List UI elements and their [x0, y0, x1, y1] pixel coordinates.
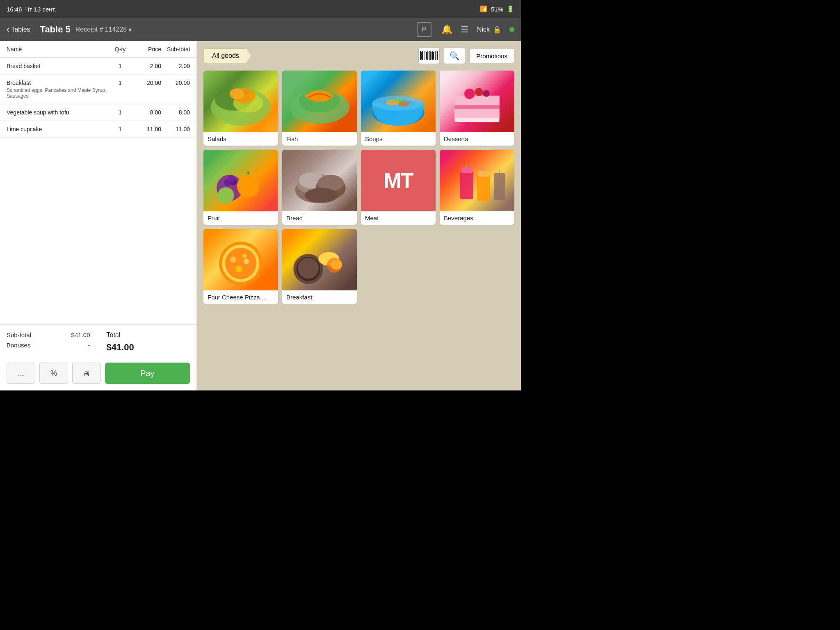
category-desserts[interactable]: Desserts	[440, 71, 514, 146]
lock-icon[interactable]: 🔓	[493, 26, 501, 34]
table-row[interactable]: Bread basket 1 2.00 2.00	[0, 58, 196, 75]
svg-point-44	[235, 266, 242, 272]
barcode-icon	[420, 51, 438, 60]
search-button[interactable]: 🔍	[444, 48, 465, 64]
svg-point-45	[242, 253, 247, 258]
row-name: Bread basket	[7, 63, 108, 69]
main-layout: Name Q-ty Price Sub-total Bread basket 1…	[0, 41, 521, 390]
row-subtotal: 8.00	[161, 109, 190, 116]
receipt-chevron-icon	[128, 26, 132, 34]
back-button[interactable]: Tables	[7, 24, 30, 35]
fish-image	[282, 71, 357, 132]
svg-point-23	[237, 175, 260, 197]
svg-rect-14	[454, 105, 499, 109]
category-fruit[interactable]: Fruit	[203, 150, 278, 225]
svg-rect-32	[461, 167, 472, 173]
subtotal-row: Sub-total $41.00	[7, 331, 90, 338]
header-actions: 🔔 ☰ Nick 🔓	[441, 24, 514, 35]
svg-point-4	[230, 88, 244, 99]
row-subtotal: 11.00	[161, 126, 190, 132]
print-button[interactable]: 🖨	[72, 363, 101, 384]
battery-icon: 🔋	[507, 5, 514, 13]
col-name: Name	[7, 46, 108, 52]
soups-image	[361, 71, 436, 132]
bonuses-row: Bonuses -	[7, 342, 90, 349]
all-goods-label: All goods	[212, 52, 239, 59]
svg-point-30	[305, 188, 338, 203]
promotions-label: Promotions	[476, 52, 507, 59]
pay-button[interactable]: Pay	[105, 363, 190, 384]
table-row[interactable]: Vegetable soup with tofu 1 8.00 8.00	[0, 104, 196, 121]
meat-initials: MT	[383, 168, 413, 193]
dots-label: ...	[18, 369, 24, 378]
menu-icon[interactable]: ☰	[461, 24, 469, 35]
category-grid: Salads Fish	[203, 71, 514, 304]
row-name: Vegetable soup with tofu	[7, 109, 108, 116]
category-salads[interactable]: Salads	[203, 71, 278, 146]
col-subtotal: Sub-total	[161, 46, 190, 52]
category-beverages[interactable]: Beverages	[440, 150, 514, 225]
row-name: Breakfast	[7, 80, 108, 86]
row-price: 8.00	[132, 109, 161, 116]
status-time: 16:46 Чт 13 сент.	[7, 6, 56, 13]
status-right: 📶 51% 🔋	[480, 5, 514, 13]
footer-buttons: ... % 🖨 Pay	[7, 363, 190, 384]
svg-rect-13	[454, 96, 499, 105]
table-row[interactable]: Lime cupcake 1 11.00 11.00	[0, 121, 196, 138]
pizza-label: Four Cheese Pizza ...	[203, 290, 278, 304]
beverages-label: Beverages	[440, 211, 514, 225]
soups-label: Soups	[361, 132, 436, 146]
bonuses-label: Bonuses	[7, 342, 30, 349]
percent-label: %	[50, 369, 57, 378]
breakfast-image	[282, 229, 357, 290]
print-icon: 🖨	[83, 369, 90, 378]
dots-button[interactable]: ...	[7, 363, 35, 384]
total-label-row: Total	[107, 331, 190, 339]
beverages-image	[440, 150, 514, 211]
chevron-left-icon	[7, 24, 9, 35]
row-subtotal: 2.00	[161, 63, 190, 69]
desserts-image	[440, 71, 514, 132]
total-label: Total	[107, 331, 121, 339]
pay-label: Pay	[140, 369, 154, 378]
wifi-icon: 📶	[480, 5, 488, 13]
category-soups[interactable]: Soups	[361, 71, 436, 146]
category-fish[interactable]: Fish	[282, 71, 357, 146]
status-bar: 16:46 Чт 13 сент. 📶 51% 🔋	[0, 0, 521, 18]
category-meat[interactable]: MT Meat	[361, 150, 436, 225]
online-indicator	[509, 27, 514, 32]
category-bread[interactable]: Bread	[282, 150, 357, 225]
back-label: Tables	[11, 26, 30, 33]
svg-point-22	[228, 175, 235, 182]
salads-image	[203, 71, 278, 132]
barcode-button[interactable]	[418, 48, 440, 64]
receipt-label: Receipt # 114228	[75, 26, 127, 33]
row-name: Lime cupcake	[7, 126, 108, 132]
pizza-image	[203, 229, 278, 290]
bell-icon[interactable]: 🔔	[441, 24, 452, 35]
search-icon: 🔍	[450, 51, 460, 61]
menu-topbar: All goods 🔍 Promotions	[203, 48, 514, 64]
table-title: Table 5	[40, 24, 71, 35]
percent-button[interactable]: %	[39, 363, 68, 384]
svg-point-16	[464, 89, 475, 99]
table-row[interactable]: Breakfast Scrambled eggs, Pancakes and M…	[0, 75, 196, 104]
row-qty: 1	[108, 63, 132, 69]
promotions-button[interactable]: Promotions	[469, 49, 514, 63]
park-icon-label: P	[422, 26, 427, 33]
row-subtitle: Scrambled eggs, Pancakes and Maple Syrup…	[7, 87, 108, 99]
row-subtotal: 20.00	[161, 80, 190, 86]
row-price: 20.00	[132, 80, 161, 86]
col-price: Price	[132, 46, 161, 52]
category-breakfast[interactable]: Breakfast	[282, 229, 357, 304]
bread-image	[282, 150, 357, 211]
all-goods-button[interactable]: All goods	[203, 48, 251, 63]
row-qty: 1	[108, 126, 132, 132]
category-pizza[interactable]: Four Cheese Pizza ...	[203, 229, 278, 304]
park-button[interactable]: P	[417, 22, 431, 37]
subtotal-label: Sub-total	[7, 331, 31, 338]
svg-rect-35	[478, 171, 489, 177]
meat-image: MT	[361, 150, 436, 211]
receipt-selector[interactable]: Receipt # 114228	[75, 26, 132, 34]
svg-rect-15	[454, 109, 499, 118]
